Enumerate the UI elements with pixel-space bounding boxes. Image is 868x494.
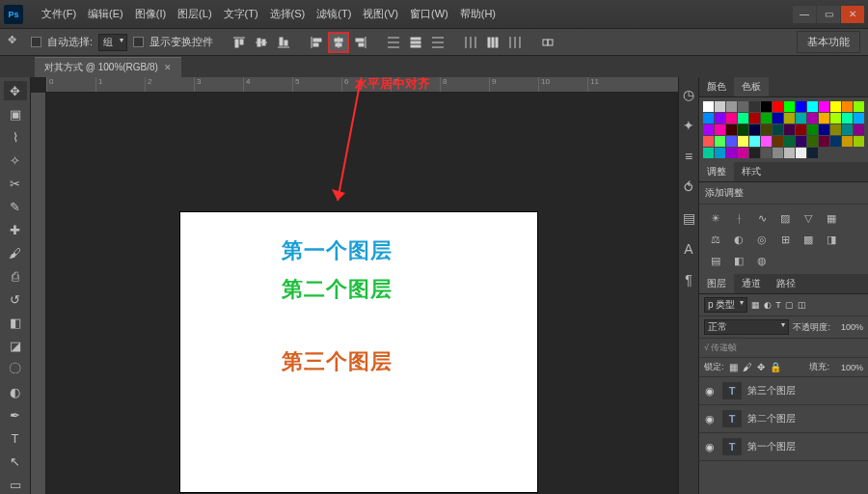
swatch[interactable] xyxy=(796,136,806,147)
swatch[interactable] xyxy=(830,101,841,112)
swatch[interactable] xyxy=(842,136,853,147)
swatch[interactable] xyxy=(703,148,714,158)
close-tab-icon[interactable]: ✕ xyxy=(164,63,172,72)
dist-right[interactable] xyxy=(504,32,526,53)
filter-shape-icon[interactable]: ▢ xyxy=(785,300,794,310)
tab-paths[interactable]: 路径 xyxy=(769,274,803,293)
properties-icon[interactable]: ✦ xyxy=(683,118,694,133)
lock-pos-icon[interactable]: ✥ xyxy=(757,362,765,372)
history-brush-tool[interactable]: ↺ xyxy=(4,289,27,309)
lock-pixel-icon[interactable]: 🖌 xyxy=(743,362,752,372)
layer-name[interactable]: 第二个图层 xyxy=(747,412,796,425)
align-top[interactable] xyxy=(229,32,250,53)
opacity-value[interactable]: 100% xyxy=(834,322,863,332)
swatch[interactable] xyxy=(784,148,795,158)
auto-align-icon[interactable] xyxy=(537,32,558,53)
swatch[interactable] xyxy=(703,136,714,147)
swatch[interactable] xyxy=(784,136,795,147)
stamp-tool[interactable]: ⎙ xyxy=(4,266,27,286)
swatch[interactable] xyxy=(773,101,783,112)
menu-view[interactable]: 视图(V) xyxy=(358,5,403,23)
transform-checkbox[interactable] xyxy=(133,37,144,47)
swatch[interactable] xyxy=(773,113,783,124)
tab-styles[interactable]: 样式 xyxy=(734,162,769,181)
swatch[interactable] xyxy=(726,148,737,158)
swatch[interactable] xyxy=(819,113,829,124)
menu-window[interactable]: 窗口(W) xyxy=(405,5,453,23)
tab-channels[interactable]: 通道 xyxy=(734,274,769,293)
swatch[interactable] xyxy=(819,136,829,147)
align-bottom[interactable] xyxy=(273,32,294,53)
adj-exposure-icon[interactable]: ▨ xyxy=(776,210,794,226)
fill-value[interactable]: 100% xyxy=(834,363,863,372)
tab-layers[interactable]: 图层 xyxy=(699,274,734,293)
gradient-tool[interactable]: ◪ xyxy=(4,336,27,355)
swatch[interactable] xyxy=(703,101,714,112)
shape-tool[interactable]: ▭ xyxy=(4,475,27,494)
adj-poster-icon[interactable]: ▤ xyxy=(707,253,724,268)
swatch[interactable] xyxy=(773,148,783,158)
type-tool[interactable]: T xyxy=(4,428,27,448)
visibility-icon[interactable]: ◉ xyxy=(705,441,717,453)
swatch[interactable] xyxy=(854,124,864,135)
brush-tool[interactable]: 🖌 xyxy=(4,243,27,262)
dist-hcenter[interactable] xyxy=(482,32,503,53)
menu-select[interactable]: 选择(S) xyxy=(265,5,311,23)
swatch[interactable] xyxy=(749,148,760,158)
swatch[interactable] xyxy=(715,124,725,135)
swatch[interactable] xyxy=(807,101,818,112)
filter-type-icon[interactable]: T xyxy=(775,300,781,310)
filter-smart-icon[interactable]: ◫ xyxy=(798,300,806,310)
swatch[interactable] xyxy=(842,124,853,135)
blend-mode-dropdown[interactable]: 正常 xyxy=(704,319,789,335)
workspace-button[interactable]: 基本功能 xyxy=(797,31,860,53)
swatch[interactable] xyxy=(761,101,772,112)
menu-layer[interactable]: 图层(L) xyxy=(173,5,216,23)
adj-vibrance-icon[interactable]: ▽ xyxy=(800,210,817,226)
marquee-tool[interactable]: ▣ xyxy=(4,104,27,124)
swatch[interactable] xyxy=(830,124,841,135)
swatch[interactable] xyxy=(854,101,864,112)
adj-map-icon[interactable]: ◍ xyxy=(753,253,771,268)
document-tab[interactable]: 对其方式 @ 100%(RGB/8) ✕ xyxy=(35,57,181,77)
adj-invert-icon[interactable]: ◨ xyxy=(823,232,840,247)
swatch[interactable] xyxy=(715,148,725,158)
layer-item[interactable]: ◉ T 第三个图层 xyxy=(699,377,868,405)
tab-adjustments[interactable]: 调整 xyxy=(699,162,734,181)
swatch[interactable] xyxy=(784,101,795,112)
text-layer-2[interactable]: 第二个图层 xyxy=(282,275,393,304)
layer-item[interactable]: ◉ T 第一个图层 xyxy=(699,433,868,461)
swatch[interactable] xyxy=(749,136,760,147)
align-vcenter[interactable] xyxy=(251,32,272,53)
align-left[interactable] xyxy=(306,32,327,53)
heal-tool[interactable]: ✚ xyxy=(4,220,27,239)
swatch[interactable] xyxy=(830,113,841,124)
dist-left[interactable] xyxy=(460,32,481,53)
swatch[interactable] xyxy=(726,124,737,135)
swatch[interactable] xyxy=(819,124,829,135)
menu-edit[interactable]: 编辑(E) xyxy=(83,5,128,23)
visibility-icon[interactable]: ◉ xyxy=(705,413,717,425)
swatch[interactable] xyxy=(749,124,760,135)
swatch[interactable] xyxy=(726,113,737,124)
adj-mixer-icon[interactable]: ⊞ xyxy=(776,232,794,247)
swatch[interactable] xyxy=(807,113,818,124)
adj-hue-icon[interactable]: ▦ xyxy=(823,210,840,226)
blur-tool[interactable]: 〇 xyxy=(4,359,27,378)
adj-brightness-icon[interactable]: ☀ xyxy=(707,210,724,226)
autoselect-dropdown[interactable]: 组 xyxy=(98,34,127,51)
document-canvas[interactable]: 第一个图层 第二个图层 第三个图层 xyxy=(180,212,537,492)
filter-pixel-icon[interactable]: ▦ xyxy=(751,300,760,310)
swatch[interactable] xyxy=(738,136,748,147)
eyedropper-tool[interactable]: ✎ xyxy=(4,197,27,216)
crop-tool[interactable]: ✂ xyxy=(4,174,27,193)
align-right[interactable] xyxy=(350,32,371,53)
autoselect-checkbox[interactable] xyxy=(31,37,41,47)
swatch[interactable] xyxy=(773,124,783,135)
brush-presets-icon[interactable]: ≡ xyxy=(685,149,692,164)
lasso-tool[interactable]: ⌇ xyxy=(4,127,27,147)
swatch[interactable] xyxy=(819,101,829,112)
layer-name[interactable]: 第一个图层 xyxy=(747,440,796,453)
swatch[interactable] xyxy=(807,148,818,158)
swatch[interactable] xyxy=(842,113,853,124)
